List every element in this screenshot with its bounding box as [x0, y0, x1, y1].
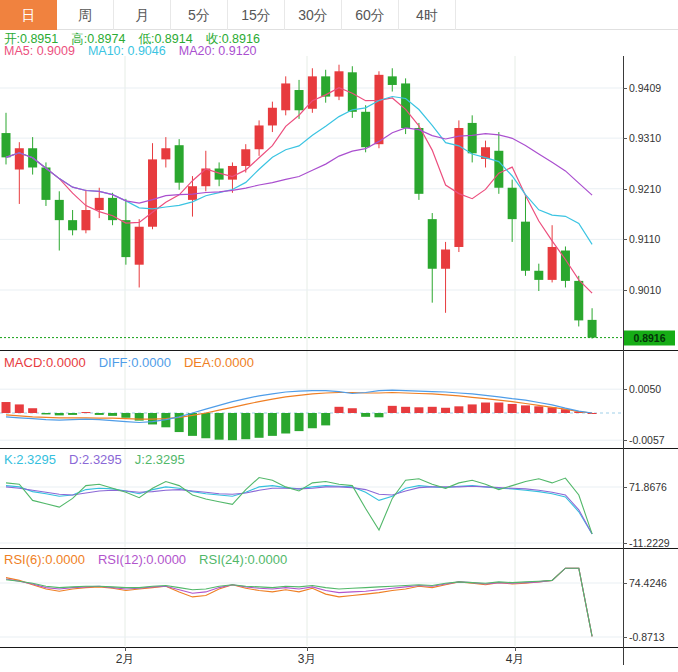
- candle-body: [295, 90, 304, 110]
- candle-body: [81, 210, 90, 230]
- macd-bar: [468, 404, 477, 413]
- macd-bar: [534, 406, 543, 413]
- candle-body: [175, 145, 184, 182]
- k-line: [6, 486, 592, 534]
- macd-bar: [268, 413, 277, 436]
- y-axis-tick: [623, 583, 627, 584]
- kline-chart-app: 日周月5分15分30分60分4时 开:0.8951高:0.8974低:0.891…: [0, 0, 678, 672]
- y-axis-tick: [623, 138, 627, 139]
- candle-body: [41, 167, 50, 199]
- panel-divider: [0, 448, 678, 449]
- kdj-item-2: J:2.3295: [135, 452, 185, 467]
- macd-bar: [361, 413, 370, 417]
- macd-bar: [388, 406, 397, 413]
- macd-bar: [348, 408, 357, 413]
- y-axis-label: 0.9110: [629, 233, 660, 245]
- candle-body: [494, 151, 503, 188]
- candle-body: [148, 159, 157, 226]
- period-tab-7[interactable]: 4时: [399, 0, 456, 30]
- period-tab-bar: 日周月5分15分30分60分4时: [0, 0, 678, 30]
- candle-body: [335, 71, 344, 96]
- y-axis-label: -11.2229: [629, 537, 670, 549]
- candle-body: [188, 186, 197, 200]
- y-axis-label: 0.9210: [629, 183, 661, 195]
- macd-bar: [15, 404, 24, 413]
- panel-divider: [0, 548, 678, 549]
- macd-bar: [508, 404, 517, 413]
- macd-bar: [521, 405, 530, 413]
- y-axis-label: 0.9310: [629, 132, 661, 144]
- macd-legend: MACD:0.0000DIFF:0.0000DEA:0.0000: [4, 355, 254, 370]
- x-axis-month-label: 2月: [116, 651, 135, 668]
- macd-bar: [414, 407, 423, 413]
- macd-bar: [374, 413, 383, 417]
- kdj-item-1: D:2.3295: [69, 452, 122, 467]
- macd-bar: [494, 403, 503, 413]
- x-axis-month-label: 3月: [298, 651, 317, 668]
- y-axis-label: 0.0050: [629, 383, 661, 395]
- macd-bar: [295, 413, 304, 431]
- macd-bar: [308, 413, 317, 428]
- rsi-legend: RSI(6):0.0000RSI(12):0.0000RSI(24):0.000…: [4, 552, 287, 567]
- candle-body: [95, 198, 104, 210]
- macd-bar: [41, 413, 50, 414]
- macd-bar: [81, 412, 90, 413]
- period-tab-0[interactable]: 日: [0, 0, 57, 30]
- macd-bar: [255, 413, 264, 438]
- candle-body: [521, 222, 530, 271]
- tab-bar-filler: [456, 0, 678, 29]
- candle-body: [268, 108, 277, 126]
- candle-body: [548, 247, 557, 280]
- macd-bar: [28, 408, 37, 413]
- period-tab-5[interactable]: 30分: [285, 0, 342, 30]
- y-axis-label: 71.8676: [629, 481, 667, 493]
- period-tab-2[interactable]: 月: [114, 0, 171, 30]
- candle-body: [388, 76, 397, 85]
- macd-bar: [68, 413, 77, 415]
- period-tab-3[interactable]: 5分: [171, 0, 228, 30]
- macd-item-1: DIFF:0.0000: [99, 355, 171, 370]
- macd-bar: [121, 413, 130, 418]
- candle-body: [15, 148, 24, 169]
- macd-bar: [95, 413, 104, 415]
- candle-body: [428, 219, 437, 269]
- panel-divider: [0, 350, 678, 351]
- macd-bar: [401, 407, 410, 413]
- macd-item-0: MACD:0.0000: [4, 355, 86, 370]
- period-tab-1[interactable]: 周: [57, 0, 114, 30]
- rsi12-line: [6, 568, 592, 636]
- rsi-item-1: RSI(12):0.0000: [98, 552, 186, 567]
- candle-body: [534, 271, 543, 280]
- y-axis-label: 74.4246: [629, 577, 667, 589]
- y-axis-tick: [623, 543, 627, 544]
- macd-bar: [215, 413, 224, 440]
- candle-body: [468, 123, 477, 153]
- candle-body: [121, 220, 130, 257]
- y-axis-label: 0.9409: [629, 82, 661, 94]
- candle-body: [228, 166, 237, 180]
- y-axis-tick: [623, 239, 627, 240]
- macd-bar: [228, 413, 237, 440]
- y-axis-tick: [623, 189, 627, 190]
- ma20-line: [6, 128, 592, 203]
- candle-body: [255, 125, 264, 149]
- candle-body: [374, 75, 383, 144]
- macd-bar: [481, 403, 490, 413]
- macd-bar: [241, 413, 250, 439]
- candle-body: [161, 148, 170, 159]
- y-axis-tick: [623, 88, 627, 89]
- x-axis-month-label: 4月: [506, 651, 525, 668]
- period-tab-4[interactable]: 15分: [228, 0, 285, 30]
- j-line: [6, 478, 592, 534]
- macd-bar: [2, 402, 11, 413]
- candle-body: [574, 281, 583, 320]
- period-tab-6[interactable]: 60分: [342, 0, 399, 30]
- kdj-item-0: K:2.3295: [4, 452, 56, 467]
- candle-body: [241, 149, 250, 166]
- main-chart-canvas[interactable]: [0, 56, 623, 350]
- candle-body: [55, 200, 64, 220]
- macd-item-2: DEA:0.0000: [184, 355, 254, 370]
- macd-bar: [321, 413, 330, 425]
- rsi-item-2: RSI(24):0.0000: [199, 552, 287, 567]
- macd-bar: [281, 413, 290, 433]
